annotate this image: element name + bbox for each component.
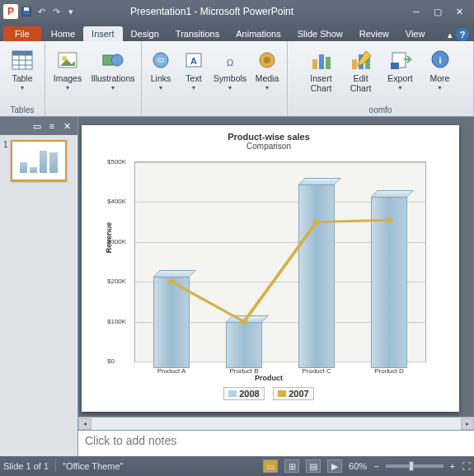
- slide-indicator: Slide 1 of 1: [3, 461, 49, 471]
- svg-rect-1: [24, 7, 29, 11]
- ribbon: Table▼ Tables Images▼ Illustrations▼ Lin…: [0, 41, 474, 117]
- tab-review[interactable]: Review: [351, 26, 397, 41]
- edit-chart-button[interactable]: Edit Chart: [341, 43, 381, 105]
- omega-icon: Ω: [218, 48, 242, 72]
- qat-customize-icon[interactable]: ▾: [64, 5, 77, 18]
- minimize-ribbon-icon[interactable]: ▴: [448, 30, 453, 40]
- chart-legend: 2008 2007: [103, 387, 434, 400]
- horizontal-scrollbar[interactable]: ◂ ▸: [78, 417, 474, 430]
- help-button[interactable]: ?: [456, 28, 469, 41]
- svg-rect-20: [319, 54, 324, 69]
- close-button[interactable]: ✕: [451, 5, 467, 18]
- bar-chart-icon: [309, 48, 334, 72]
- normal-view-button[interactable]: ▭: [263, 460, 278, 473]
- svg-text:Ω: Ω: [227, 58, 233, 68]
- svg-point-13: [153, 53, 168, 68]
- export-icon: [388, 48, 413, 72]
- fit-to-window-button[interactable]: ⛶: [462, 461, 471, 471]
- scroll-left-button[interactable]: ◂: [78, 418, 92, 430]
- slides-tab-icon[interactable]: ▭: [30, 119, 45, 133]
- table-icon: [10, 48, 35, 72]
- theme-indicator: "Office Theme": [63, 461, 123, 471]
- ribbon-tab-bar: File Home Insert Design Transitions Anim…: [0, 23, 474, 41]
- text-button[interactable]: A Text▼: [177, 43, 210, 105]
- zoom-level[interactable]: 60%: [349, 461, 367, 471]
- shapes-icon: [101, 48, 125, 72]
- more-icon: i: [428, 48, 453, 72]
- window-title: Presentation1 - Microsoft PowerPoint: [81, 6, 401, 17]
- outline-tab-icon[interactable]: ≡: [45, 119, 59, 133]
- scroll-right-button[interactable]: ▸: [461, 418, 474, 430]
- chart-plot-area: $0$100K$200K$300K$400K$500KProduct AProd…: [134, 161, 426, 362]
- tab-insert[interactable]: Insert: [83, 26, 123, 41]
- tab-animations[interactable]: Animations: [228, 26, 289, 41]
- zoom-out-button[interactable]: −: [373, 461, 378, 471]
- table-button[interactable]: Table▼: [2, 43, 42, 105]
- svg-rect-21: [326, 57, 331, 69]
- save-icon[interactable]: [20, 5, 33, 18]
- chart-x-axis-label: Product: [103, 374, 434, 382]
- status-bar: Slide 1 of 1 "Office Theme" ▭ ⊞ ▤ ▶ 60% …: [0, 456, 474, 476]
- slide-canvas[interactable]: Product-wise sales Comparison Revenue $0…: [82, 125, 459, 412]
- powerpoint-logo-icon: P: [3, 4, 18, 19]
- file-tab[interactable]: File: [3, 26, 41, 41]
- slide-thumbnail-panel: ▭ ≡ ✕ 1: [0, 117, 78, 456]
- tab-home[interactable]: Home: [43, 26, 83, 41]
- minimize-button[interactable]: ─: [408, 5, 425, 18]
- tab-design[interactable]: Design: [123, 26, 167, 41]
- notes-pane[interactable]: Click to add notes: [78, 430, 474, 456]
- insert-chart-button[interactable]: Insert Chart: [302, 43, 341, 105]
- group-label-oomfo: oomfo: [290, 105, 471, 116]
- symbols-button[interactable]: Ω Symbols▼: [210, 43, 250, 105]
- zoom-in-button[interactable]: +: [450, 461, 455, 471]
- redo-icon[interactable]: ↷: [49, 5, 63, 18]
- links-button[interactable]: Links▼: [144, 43, 177, 105]
- chart[interactable]: Product-wise sales Comparison Revenue $0…: [103, 132, 434, 405]
- reading-view-button[interactable]: ▤: [306, 460, 321, 473]
- slide-thumbnail-1[interactable]: 1: [3, 140, 74, 181]
- chart-title: Product-wise sales: [103, 132, 434, 142]
- media-button[interactable]: Media▼: [250, 43, 284, 105]
- link-icon: [148, 48, 173, 72]
- tab-slide-show[interactable]: Slide Show: [289, 26, 351, 41]
- illustrations-button[interactable]: Illustrations▼: [87, 43, 138, 105]
- maximize-button[interactable]: ▢: [429, 5, 446, 18]
- svg-point-18: [264, 57, 270, 63]
- sorter-view-button[interactable]: ⊞: [284, 460, 299, 473]
- more-button[interactable]: i More▼: [420, 43, 460, 105]
- slideshow-view-button[interactable]: ▶: [327, 460, 342, 473]
- svg-text:i: i: [439, 55, 441, 65]
- image-icon: [55, 48, 80, 72]
- svg-rect-19: [312, 59, 317, 69]
- close-panel-icon[interactable]: ✕: [59, 119, 74, 133]
- images-button[interactable]: Images▼: [48, 43, 87, 105]
- svg-rect-22: [352, 59, 357, 69]
- media-icon: [255, 48, 279, 72]
- svg-text:A: A: [190, 56, 197, 66]
- zoom-slider[interactable]: [386, 464, 443, 468]
- chart-subtitle: Comparison: [103, 142, 434, 151]
- svg-rect-8: [12, 51, 32, 55]
- bar-chart-edit-icon: [349, 48, 373, 72]
- text-icon: A: [181, 48, 206, 72]
- group-label-tables: Tables: [2, 105, 42, 116]
- svg-point-12: [111, 54, 123, 66]
- tab-view[interactable]: View: [397, 26, 434, 41]
- export-button[interactable]: Export▼: [381, 43, 420, 105]
- tab-transitions[interactable]: Transitions: [167, 26, 228, 41]
- svg-rect-26: [391, 63, 399, 69]
- undo-icon[interactable]: ↶: [35, 5, 48, 18]
